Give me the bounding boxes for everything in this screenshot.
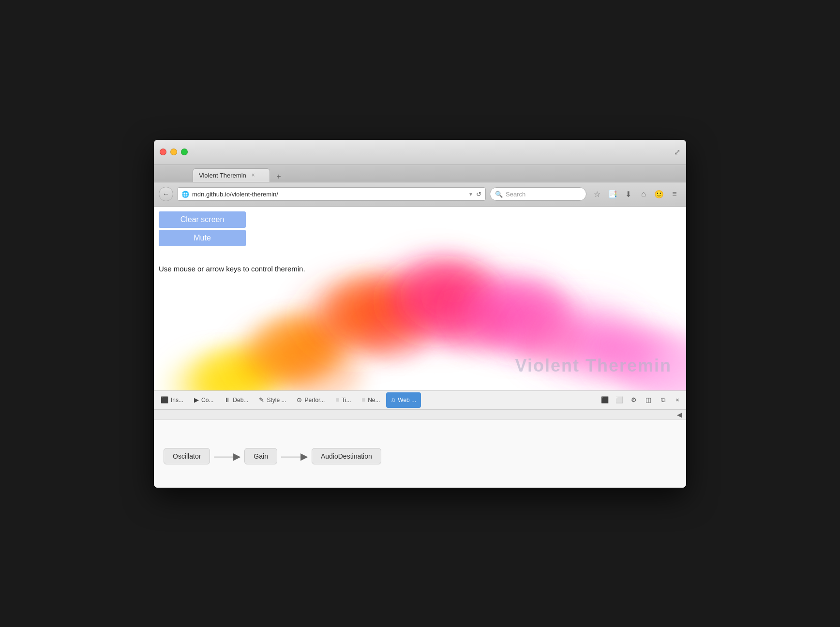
- home-icon[interactable]: ⌂: [637, 187, 650, 201]
- devtools-tab-console[interactable]: ▶ Co...: [189, 392, 218, 408]
- devtools-tab-timeline[interactable]: ≡ Ti...: [330, 392, 356, 408]
- arrow-2: ——▶: [277, 450, 312, 462]
- svg-point-21: [362, 313, 430, 361]
- url-text: mdn.github.io/violent-theremin/: [192, 191, 465, 198]
- devtools-tab-inspector[interactable]: ⬛ Ins...: [156, 392, 188, 408]
- style-icon: ✎: [259, 396, 264, 403]
- address-bar: ← 🌐 mdn.github.io/violent-theremin/ ▼ ↺ …: [154, 182, 686, 207]
- debugger-label: Deb...: [233, 397, 248, 403]
- devtools-tab-network[interactable]: ≡ Ne...: [357, 392, 385, 408]
- page-watermark: Violent Theremin: [515, 356, 672, 376]
- oscillator-node: Oscillator: [164, 448, 210, 464]
- clear-screen-button[interactable]: Clear screen: [159, 211, 246, 228]
- devtools-sidebar-indicator: ◀: [154, 410, 686, 420]
- new-tab-button[interactable]: +: [272, 171, 285, 182]
- devtools-toolbar: ⬛ Ins... ▶ Co... ⏸ Deb... ✎ Style ... ⊙ …: [154, 390, 686, 410]
- devtools-tab-performance[interactable]: ⊙ Perfor...: [292, 392, 330, 408]
- audio-graph: Oscillator ——▶ Gain ——▶ AudioDestination: [164, 448, 676, 464]
- mute-button[interactable]: Mute: [159, 230, 246, 246]
- search-bar[interactable]: 🔍 Search: [490, 187, 586, 201]
- minimize-button[interactable]: [170, 149, 177, 155]
- style-label: Style ...: [267, 397, 286, 403]
- instruction-text: Use mouse or arrow keys to control there…: [159, 265, 305, 273]
- gain-node: Gain: [244, 448, 277, 464]
- devtools-responsive-icon[interactable]: ⬜: [613, 393, 626, 407]
- webaudio-icon: ♫: [391, 396, 396, 403]
- browser-window: ⤢ Violent Theremin × + ← 🌐 mdn.github.io…: [154, 140, 686, 488]
- search-icon: 🔍: [495, 191, 503, 198]
- bookmarks-icon[interactable]: 📑: [606, 187, 619, 201]
- url-bar[interactable]: 🌐 mdn.github.io/violent-theremin/ ▼ ↺: [177, 187, 486, 201]
- bookmark-icon[interactable]: ☆: [590, 187, 604, 201]
- tab-label: Violent Theremin: [199, 172, 246, 179]
- menu-icon[interactable]: ≡: [668, 187, 681, 201]
- refresh-icon[interactable]: ↺: [476, 191, 481, 198]
- search-placeholder: Search: [506, 191, 525, 198]
- devtools-tab-webaudio[interactable]: ♫ Web ...: [386, 392, 421, 408]
- inspector-label: Ins...: [171, 397, 183, 403]
- performance-label: Perfor...: [304, 397, 325, 403]
- arrow-1: ——▶: [210, 450, 244, 462]
- svg-point-22: [437, 301, 510, 354]
- inspector-icon: ⬛: [161, 396, 168, 403]
- toolbar-icons: ☆ 📑 ⬇ ⌂ 🙂 ≡: [590, 187, 681, 201]
- maximize-button[interactable]: [181, 149, 188, 155]
- timeline-icon: ≡: [335, 396, 339, 403]
- devtools-tab-style[interactable]: ✎ Style ...: [254, 392, 291, 408]
- emoji-icon[interactable]: 🙂: [652, 187, 666, 201]
- performance-icon: ⊙: [297, 396, 302, 403]
- browser-tab[interactable]: Violent Theremin ×: [193, 168, 270, 182]
- title-bar: ⤢: [154, 140, 686, 165]
- devtools-close-icon[interactable]: ×: [671, 393, 684, 407]
- tab-bar: Violent Theremin × +: [154, 165, 686, 182]
- console-icon: ▶: [194, 396, 199, 403]
- debugger-icon: ⏸: [224, 396, 230, 403]
- webaudio-label: Web ...: [398, 397, 416, 403]
- network-label: Ne...: [368, 397, 380, 403]
- tab-close-button[interactable]: ×: [250, 171, 256, 179]
- devtools-settings-icon[interactable]: ⚙: [627, 393, 641, 407]
- close-button[interactable]: [160, 149, 166, 155]
- devtools-right-icons: ⬛ ⬜ ⚙ ◫ ⧉ ×: [598, 393, 684, 407]
- devtools-tab-debugger[interactable]: ⏸ Deb...: [219, 392, 253, 408]
- page-content: Clear screen Mute Use mouse or arrow key…: [154, 207, 686, 390]
- devtools-content: Oscillator ——▶ Gain ——▶ AudioDestination: [154, 420, 686, 488]
- page-buttons: Clear screen Mute: [159, 211, 246, 246]
- window-controls: [160, 149, 188, 155]
- network-icon: ≡: [362, 396, 366, 403]
- audiodestination-node: AudioDestination: [312, 448, 381, 464]
- expand-icon[interactable]: ⤢: [674, 148, 680, 157]
- dropdown-icon: ▼: [468, 192, 473, 197]
- sidebar-arrow-icon[interactable]: ◀: [677, 411, 682, 418]
- globe-icon: 🌐: [181, 191, 189, 198]
- devtools-dock-icon[interactable]: ◫: [642, 393, 655, 407]
- devtools-screenshot-icon[interactable]: ⬛: [598, 393, 612, 407]
- console-label: Co...: [201, 397, 213, 403]
- timeline-label: Ti...: [342, 397, 351, 403]
- devtools-popout-icon[interactable]: ⧉: [656, 393, 670, 407]
- download-icon[interactable]: ⬇: [621, 187, 635, 201]
- back-button[interactable]: ←: [159, 187, 173, 201]
